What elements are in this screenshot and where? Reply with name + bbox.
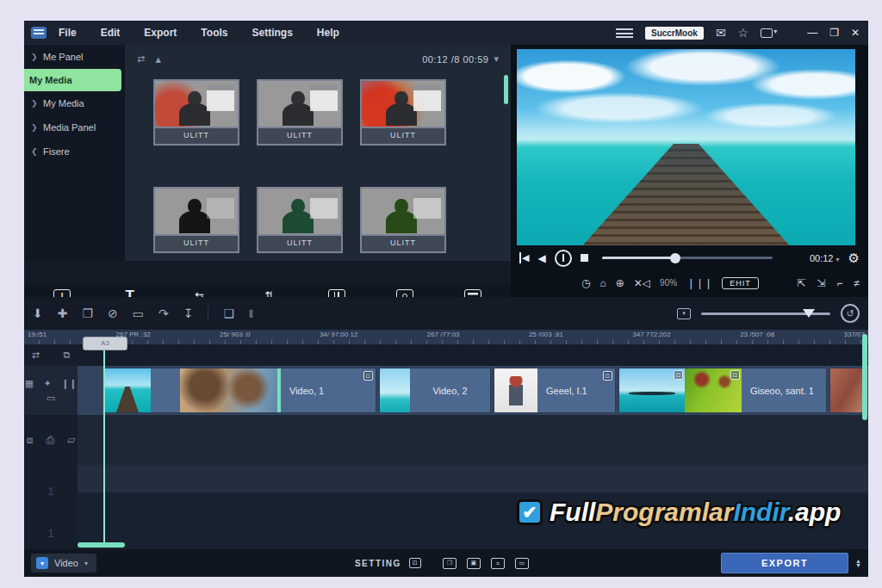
sidebar-item-fisere[interactable]: ❮ Fisere xyxy=(24,139,125,164)
track-swap-icon[interactable]: ⇄ xyxy=(32,350,40,361)
mixer-icon[interactable]: ≠ xyxy=(854,277,860,289)
video-preview[interactable] xyxy=(517,49,855,245)
preview-panel: ◀ ◀ 00:12 ▾ ⚙ ◷ ⌂ ⊕ ✕◁ 90% ❘❘❘ EHIT ⇱ ⇲ … xyxy=(511,45,868,297)
timeline-clip-video1[interactable]: Video, 1 ⊡ xyxy=(103,368,376,413)
ruler-label: 34/ 97:00 12 xyxy=(320,331,357,338)
menu-tools[interactable]: Tools xyxy=(201,27,227,39)
mail-icon[interactable]: ✉ xyxy=(716,26,726,40)
clip-effect-badge-icon[interactable]: ⊡ xyxy=(730,370,740,380)
menu-settings[interactable]: Settings xyxy=(252,27,292,39)
previous-frame-icon[interactable]: ◀ xyxy=(537,252,545,264)
crop-screen-icon[interactable]: ▭ xyxy=(133,306,144,320)
menu-help[interactable]: Help xyxy=(317,27,339,39)
clip-effect-badge-icon[interactable]: ⊡ xyxy=(363,371,373,381)
timeline-horizontal-scrollbar[interactable] xyxy=(78,542,125,548)
timeline-zoom-slider[interactable] xyxy=(701,313,830,315)
settings-box-icon[interactable]: ⊡ xyxy=(409,558,421,568)
marker-icon[interactable]: ▾ xyxy=(677,308,691,319)
flag-icon[interactable]: ⌐ xyxy=(836,277,842,289)
export-button[interactable]: EXPORT xyxy=(721,553,848,573)
minimize-button[interactable]: — xyxy=(807,27,817,39)
fit-timeline-icon[interactable]: ↺ xyxy=(841,304,860,323)
add-icon[interactable]: ✚ xyxy=(58,306,68,320)
media-duration-label[interactable]: 00:12 /8 00:59 xyxy=(422,54,488,65)
maximize-button[interactable]: ❐ xyxy=(829,27,839,39)
collapse-icon[interactable]: ▲ xyxy=(153,54,163,65)
timeline-clip-video2[interactable]: Video, 2 xyxy=(379,368,491,413)
track-lock-icon[interactable]: ❙❙ xyxy=(61,378,77,389)
video-track-icon[interactable]: ▦ xyxy=(25,378,34,389)
track-layers-icon[interactable]: ⧉ xyxy=(63,350,70,361)
timeline-ruler[interactable]: 19:/51 267 PR :32 25/ 903 :0 34/ 97:00 1… xyxy=(24,330,868,344)
sidebar-item-my-media-selected[interactable]: My Media xyxy=(24,69,121,91)
menu-export[interactable]: Export xyxy=(144,27,177,39)
pause-marker-icon[interactable]: ❘❘❘ xyxy=(686,277,712,289)
edit-button[interactable]: EHIT xyxy=(722,277,759,289)
star-icon[interactable]: ☆ xyxy=(738,26,749,40)
preview-timecode[interactable]: 00:12 ▾ xyxy=(810,253,840,263)
folder-icon[interactable]: ❏ xyxy=(223,306,234,320)
speed-icon[interactable]: ◷ xyxy=(581,277,590,289)
skip-start-icon[interactable]: ◀ xyxy=(519,252,529,263)
media-thumbnail[interactable]: ULITT xyxy=(360,187,446,254)
play-button[interactable] xyxy=(555,250,572,267)
pointer-tool-icon[interactable]: ⬇ xyxy=(33,306,43,320)
media-thumbnail[interactable]: ULITT xyxy=(153,79,239,146)
seek-knob[interactable] xyxy=(670,253,680,263)
sidebar-item-my-media[interactable]: ❯ My Media xyxy=(24,91,125,115)
close-button[interactable]: ✕ xyxy=(851,27,860,39)
import-icon[interactable]: ↧ xyxy=(183,306,194,320)
media-thumbnail[interactable]: ULITT xyxy=(360,79,446,146)
speed-clock-icon[interactable]: ⊘ xyxy=(108,306,118,320)
screen-record-icon[interactable] xyxy=(761,28,773,38)
track-type-dropdown[interactable]: ▾ Video ▾ xyxy=(31,554,96,573)
print-track-icon[interactable]: ⎙ xyxy=(46,434,54,446)
sidebar-item-me-panel[interactable]: ❯ Me Panel xyxy=(24,45,125,69)
sidebar-item-media-panel[interactable]: ❯ Media Panel xyxy=(24,115,125,139)
track-monitor-icon[interactable]: ▭ xyxy=(47,393,55,404)
account-badge[interactable]: SuccrMook xyxy=(645,27,704,40)
track-plugin-icon[interactable]: ✦ xyxy=(43,378,51,389)
stop-button[interactable] xyxy=(581,254,588,262)
media-thumbnail[interactable]: ULITT xyxy=(153,187,239,254)
timeline-vertical-scrollbar[interactable] xyxy=(862,334,867,420)
clip-effect-badge-icon[interactable]: ⊡ xyxy=(674,370,683,380)
expand-corner-icon[interactable]: ⇲ xyxy=(817,277,825,289)
seek-bar[interactable] xyxy=(602,257,773,259)
timeline-clip-giseoo[interactable]: ⊡ ⊡ Giseoo, sant. 1 xyxy=(618,368,827,413)
crop-corner-icon[interactable]: ⇱ xyxy=(797,277,805,289)
timeline-clip-geeel[interactable]: Geeel, I.1 ⊡ xyxy=(494,368,616,413)
list-icon[interactable]: ≡ xyxy=(491,558,505,569)
gear-icon[interactable]: ⚙ xyxy=(848,251,860,266)
export-options-spinner[interactable]: ▲▼ xyxy=(855,559,861,567)
playhead-grip[interactable]: A3 xyxy=(83,337,127,350)
layout-menu-icon[interactable] xyxy=(616,28,633,38)
flip-phone-icon[interactable]: ❐ xyxy=(443,558,457,569)
snapshot-icon[interactable]: ⌂ xyxy=(599,277,606,289)
track-lane-2[interactable] xyxy=(78,415,868,465)
zoom-search-icon[interactable]: ⊕ xyxy=(616,277,624,289)
sidebar: ❯ Me Panel My Media ❯ My Media ❯ Media P… xyxy=(24,45,125,261)
image-track-icon[interactable]: ⧈ xyxy=(27,434,34,446)
mute-icon[interactable]: ✕◁ xyxy=(634,277,650,289)
media-thumbnail[interactable]: ULITT xyxy=(257,187,343,254)
track-lane-3[interactable] xyxy=(78,465,868,492)
clip-effect-badge-icon[interactable]: ⊡ xyxy=(603,371,612,381)
title-bar: File Edit Export Tools Settings Help Suc… xyxy=(24,21,868,45)
zoom-percent[interactable]: 90% xyxy=(660,278,677,288)
folder-tab-icon[interactable]: ▭ xyxy=(515,558,529,569)
audio-wave-icon[interactable]: ⧛ xyxy=(249,306,253,321)
playhead-line[interactable] xyxy=(103,344,105,548)
menu-edit[interactable]: Edit xyxy=(101,27,121,39)
copy-icon[interactable]: ❐ xyxy=(82,306,93,320)
menu-file[interactable]: File xyxy=(59,27,77,39)
duration-dropdown-icon[interactable]: ▾ xyxy=(494,53,499,65)
rotate-crop-icon[interactable]: ↷ xyxy=(158,306,169,320)
media-thumbnail[interactable]: ULITT xyxy=(257,79,343,146)
mini-track-icon[interactable]: ▱ xyxy=(67,434,75,446)
zoom-slider-handle[interactable] xyxy=(803,309,815,318)
image-icon[interactable]: ▣ xyxy=(467,558,481,569)
video-track-lane[interactable]: Video, 1 ⊡ Video, 2 Geeel, I.1 ⊡ ⊡ ⊡ Gis… xyxy=(78,366,868,415)
sort-icon[interactable]: ⇄ xyxy=(137,53,145,65)
media-scrollbar[interactable] xyxy=(504,75,508,104)
